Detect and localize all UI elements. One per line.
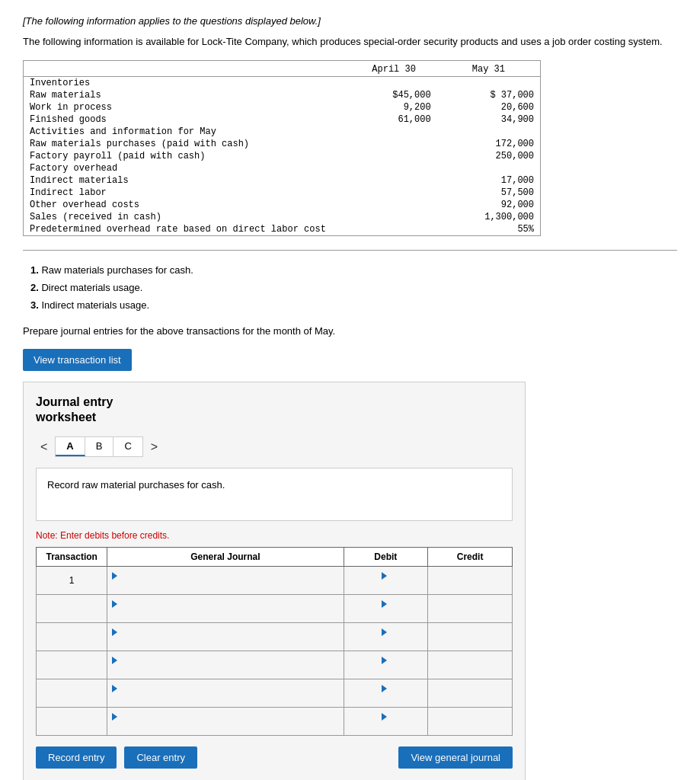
separator (23, 250, 677, 251)
credit-input[interactable] (433, 575, 507, 586)
table-row: Indirect labor57,500 (24, 187, 541, 199)
debit-indicator-icon (382, 628, 387, 636)
credit-input[interactable] (433, 688, 507, 698)
worksheet-container: Journal entryworksheet < A B C > Record … (23, 382, 526, 780)
credit-input[interactable] (433, 631, 507, 642)
col-debit-header: Debit (344, 548, 428, 567)
col-general-header: General Journal (107, 548, 344, 567)
view-general-journal-button[interactable]: View general journal (398, 746, 513, 769)
debit-indicator-icon (382, 600, 387, 608)
tab-c[interactable]: C (113, 437, 142, 456)
col-credit-header: Credit (428, 548, 513, 567)
table-row: Other overhead costs92,000 (24, 199, 541, 211)
intro-description: The following information is available f… (23, 34, 677, 50)
table-row: Activities and information for May (24, 126, 541, 138)
note-text: Note: Enter debits before credits. (36, 530, 513, 541)
debit-input[interactable] (349, 721, 424, 732)
journal-row (37, 623, 513, 651)
table-row: Factory overhead (24, 162, 541, 174)
journal-row (37, 651, 513, 679)
debit-indicator-icon (382, 657, 387, 664)
prev-tab-button[interactable]: < (36, 439, 52, 456)
credit-input[interactable] (433, 716, 507, 727)
debit-input[interactable] (349, 637, 424, 647)
prepare-text: Prepare journal entries for the above tr… (23, 325, 677, 337)
credit-input[interactable] (433, 603, 507, 614)
debit-input[interactable] (349, 580, 424, 591)
table-row: Predetermined overhead rate based on dir… (24, 223, 541, 236)
transaction-number: 1 (69, 575, 75, 586)
table-row: Work in process9,20020,600 (24, 101, 541, 113)
general-journal-input[interactable] (112, 580, 338, 591)
row-indicator-icon (112, 713, 117, 721)
journal-row (37, 595, 513, 623)
table-row: Indirect materials17,000 (24, 174, 541, 187)
table-row: Raw materials purchases (paid with cash)… (24, 138, 541, 150)
row-indicator-icon (112, 572, 117, 580)
general-journal-input[interactable] (112, 693, 338, 704)
view-transaction-button[interactable]: View transaction list (23, 349, 132, 371)
action-bar: Record entry Clear entry View general jo… (36, 746, 513, 769)
worksheet-title: Journal entryworksheet (36, 395, 513, 427)
journal-table: Transaction General Journal Debit Credit… (36, 547, 513, 736)
debit-indicator-icon (382, 713, 387, 721)
general-journal-input[interactable] (112, 609, 338, 619)
row-indicator-icon (112, 657, 117, 664)
table-row: Sales (received in cash)1,300,000 (24, 211, 541, 223)
debit-input[interactable] (349, 693, 424, 704)
debit-indicator-icon (382, 685, 387, 692)
journal-row (37, 708, 513, 736)
tab-nav: < A B C > (36, 436, 513, 457)
row-indicator-icon (112, 685, 117, 692)
clear-entry-button[interactable]: Clear entry (124, 746, 197, 769)
record-entry-button[interactable]: Record entry (36, 746, 117, 769)
row-indicator-icon (112, 600, 117, 608)
tab-b[interactable]: B (85, 437, 114, 456)
col-may-header: May 31 (437, 60, 541, 76)
description-box: Record raw material purchases for cash. (36, 468, 513, 521)
journal-row: 1 (37, 567, 513, 595)
debit-input[interactable] (349, 609, 424, 619)
journal-row (37, 679, 513, 708)
tab-group: A B C (55, 436, 142, 457)
debit-indicator-icon (382, 572, 387, 580)
col-transaction-header: Transaction (37, 548, 107, 567)
table-row: Factory payroll (paid with cash)250,000 (24, 150, 541, 162)
credit-input[interactable] (433, 660, 507, 670)
tab-a[interactable]: A (56, 437, 85, 456)
bracket-text: [The following information applies to th… (23, 15, 677, 27)
general-journal-input[interactable] (112, 637, 338, 647)
questions-list: 1. Raw materials purchases for cash. 2. … (23, 261, 677, 315)
next-tab-button[interactable]: > (146, 439, 162, 456)
info-table: April 30 May 31 Inventories Raw material… (23, 60, 541, 236)
general-journal-input[interactable] (112, 721, 338, 732)
debit-input[interactable] (349, 665, 424, 676)
table-row: Inventories (24, 76, 541, 89)
table-row: Raw materials$45,000$ 37,000 (24, 89, 541, 101)
general-journal-input[interactable] (112, 665, 338, 676)
table-row: Finished goods61,00034,900 (24, 113, 541, 126)
row-indicator-icon (112, 628, 117, 636)
col-april-header: April 30 (351, 60, 437, 76)
